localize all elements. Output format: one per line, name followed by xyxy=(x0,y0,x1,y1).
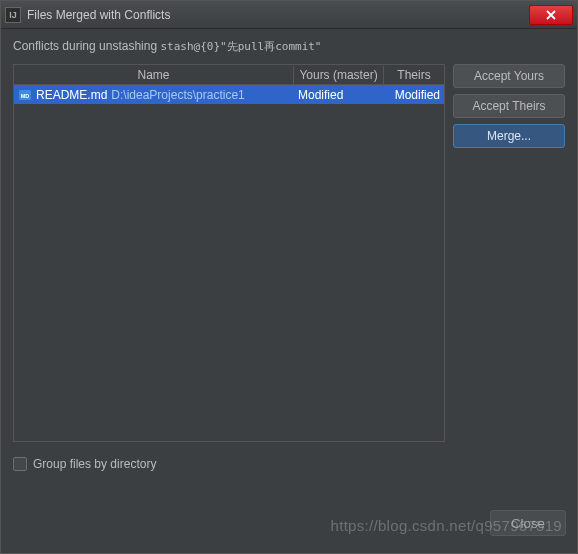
conflicts-table: Name Yours (master) Theirs MD README.md xyxy=(13,64,445,442)
dialog-content: Conflicts during unstashing stash@{0}"先p… xyxy=(1,29,577,484)
subtitle-prefix: Conflicts during unstashing xyxy=(13,39,160,53)
cell-theirs: Modified xyxy=(384,88,444,102)
footer-row: Group files by directory xyxy=(13,452,565,476)
markdown-file-icon: MD xyxy=(18,88,32,102)
action-buttons: Accept Yours Accept Theirs Merge... xyxy=(453,64,565,442)
cell-yours: Modified xyxy=(294,88,384,102)
checkbox-label: Group files by directory xyxy=(33,457,156,471)
checkbox-box xyxy=(13,457,27,471)
close-icon xyxy=(545,10,557,20)
filename: README.md xyxy=(36,88,107,102)
conflicts-subtitle: Conflicts during unstashing stash@{0}"先p… xyxy=(13,39,565,54)
accept-theirs-button[interactable]: Accept Theirs xyxy=(453,94,565,118)
cell-name: MD README.md D:\ideaProjects\practice1 xyxy=(14,88,294,102)
column-header-yours[interactable]: Yours (master) xyxy=(294,66,384,84)
merge-button[interactable]: Merge... xyxy=(453,124,565,148)
group-by-directory-checkbox[interactable]: Group files by directory xyxy=(13,457,156,471)
window-close-button[interactable] xyxy=(529,5,573,25)
titlebar: IJ Files Merged with Conflicts xyxy=(1,1,577,29)
column-header-name[interactable]: Name xyxy=(14,66,294,84)
filepath: D:\ideaProjects\practice1 xyxy=(111,88,244,102)
column-header-theirs[interactable]: Theirs xyxy=(384,66,444,84)
window-title: Files Merged with Conflicts xyxy=(27,8,529,22)
dialog-footer: Close xyxy=(0,500,578,546)
table-header: Name Yours (master) Theirs xyxy=(14,65,444,85)
table-body: MD README.md D:\ideaProjects\practice1 M… xyxy=(14,85,444,441)
accept-yours-button[interactable]: Accept Yours xyxy=(453,64,565,88)
app-icon: IJ xyxy=(5,7,21,23)
close-button[interactable]: Close xyxy=(490,510,566,536)
table-row[interactable]: MD README.md D:\ideaProjects\practice1 M… xyxy=(14,85,444,104)
stash-reference: stash@{0}"先pull再commit" xyxy=(160,40,321,53)
svg-text:MD: MD xyxy=(21,93,30,99)
